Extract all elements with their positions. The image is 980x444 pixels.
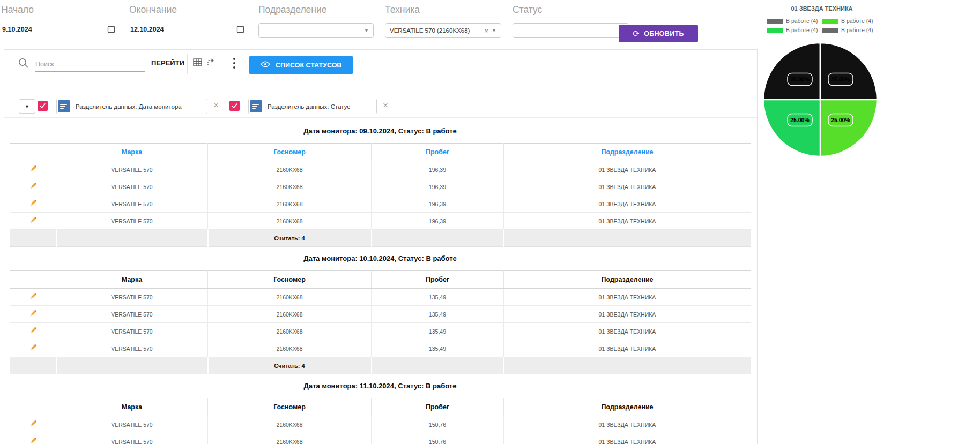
column-header[interactable]: Подразделение — [504, 144, 751, 161]
calendar-icon[interactable] — [107, 25, 115, 33]
splitter-checkbox-status[interactable] — [229, 101, 240, 111]
remove-splitter-date-icon[interactable]: × — [210, 100, 222, 111]
pie-slice-label-text: 25.00% — [831, 117, 850, 123]
cell: 01 ЗВЕЗДА ТЕХНИКА — [504, 323, 751, 340]
splitter-dropdown-button[interactable]: ▼ — [19, 99, 35, 114]
legend-swatch — [767, 19, 783, 24]
legend-item[interactable]: В работе (4) — [822, 27, 877, 33]
status-select[interactable]: ▼ — [513, 23, 629, 38]
edit-row-button[interactable] — [28, 182, 38, 191]
cell: 2160KX68 — [208, 213, 372, 230]
division-label: Подразделение — [258, 4, 374, 16]
column-header[interactable]: Пробег — [372, 144, 504, 161]
export-icon[interactable] — [206, 58, 216, 69]
legend-label: В работе (4) — [786, 27, 818, 33]
chevron-down-icon: ▼ — [364, 28, 369, 33]
column-header[interactable]: Госномер — [208, 398, 372, 416]
cell: 01 ЗВЕЗДА ТЕХНИКА — [504, 195, 751, 213]
calendar-icon[interactable] — [236, 25, 244, 33]
clear-icon[interactable]: × — [484, 27, 488, 35]
cell: 01 ЗВЕЗДА ТЕХНИКА — [504, 416, 751, 433]
start-date-input[interactable]: 9.10.2024 — [2, 26, 32, 33]
edit-row-button[interactable] — [28, 292, 38, 301]
cell: 135,49 — [372, 289, 504, 306]
group-title: Дата монитора: 10.10.2024, Статус: В раб… — [10, 247, 751, 270]
cell: VERSATILE 570 — [56, 178, 208, 195]
edit-row-button[interactable] — [28, 309, 38, 318]
more-options-icon[interactable] — [229, 56, 239, 72]
table-row: VERSATILE 5702160KX68135,4901 ЗВЕЗДА ТЕХ… — [10, 340, 751, 357]
end-date-input[interactable]: 12.10.2024 — [130, 26, 164, 33]
status-list-button[interactable]: СПИСОК СТАТУСОВ — [249, 56, 353, 74]
cell: 01 ЗВЕЗДА ТЕХНИКА — [504, 178, 751, 195]
cell: 2160KX68 — [208, 306, 372, 323]
remove-splitter-status-icon[interactable]: × — [380, 100, 391, 111]
division-select[interactable]: ▼ — [258, 23, 374, 38]
table-row: VERSATILE 5702160KX68135,4901 ЗВЕЗДА ТЕХ… — [10, 306, 751, 323]
legend-item[interactable]: В работе (4) — [822, 18, 877, 24]
pie-slice[interactable] — [820, 100, 877, 156]
splitter-icon — [58, 100, 70, 112]
column-header[interactable]: Пробег — [372, 398, 504, 416]
cell: VERSATILE 570 — [56, 340, 208, 357]
pie-slice[interactable] — [763, 43, 820, 100]
cell: 2160KX68 — [208, 340, 372, 357]
edit-column-header — [10, 144, 56, 161]
edit-row-button[interactable] — [28, 164, 38, 174]
vehicle-select-value: VERSATILE 570 (2160KX68) — [390, 27, 481, 34]
summary-row: Считать: 4 — [10, 230, 751, 247]
cell: 196,39 — [372, 195, 504, 213]
pie-slice[interactable] — [763, 100, 820, 156]
cell: 135,49 — [372, 323, 504, 340]
cell: 2160KX68 — [208, 433, 372, 444]
cell: 01 ЗВЕЗДА ТЕХНИКА — [504, 340, 751, 357]
table-row: VERSATILE 5702160KX68150,7601 ЗВЕЗДА ТЕХ… — [10, 433, 751, 444]
cell: VERSATILE 570 — [56, 161, 208, 178]
cell: 150,76 — [372, 416, 504, 433]
edit-row-button[interactable] — [28, 343, 38, 352]
edit-row-button[interactable] — [28, 326, 38, 335]
cell: 01 ЗВЕЗДА ТЕХНИКА — [504, 433, 751, 444]
refresh-button[interactable]: ⟳ ОБНОВИТЬ — [619, 25, 698, 42]
go-button[interactable]: ПЕРЕЙТИ — [148, 58, 188, 67]
group-table: МаркаГосномерПробегПодразделениеVERSATIL… — [10, 398, 751, 444]
filter-status: Статус ▼ — [513, 4, 629, 38]
cell: 01 ЗВЕЗДА ТЕХНИКА — [504, 289, 751, 306]
column-header[interactable]: Марка — [56, 398, 208, 416]
vehicle-label: Техника — [385, 4, 501, 16]
search-icon — [18, 57, 29, 71]
table-row: VERSATILE 5702160KX68196,3901 ЗВЕЗДА ТЕХ… — [10, 195, 751, 213]
splitter-icon — [250, 100, 262, 112]
edit-row-button[interactable] — [28, 216, 38, 225]
cell: 150,76 — [372, 433, 504, 444]
splitter-chip-date[interactable]: Разделитель данных: Дата монитора — [56, 99, 207, 114]
column-header[interactable]: Госномер — [208, 144, 372, 161]
legend-item[interactable]: В работе (4) — [767, 27, 822, 33]
search-input[interactable] — [35, 59, 145, 72]
filter-bar: Начало 9.10.2024 Окончание 12.10.2024 По… — [0, 0, 756, 47]
cell: VERSATILE 570 — [56, 416, 208, 433]
vehicle-select[interactable]: VERSATILE 570 (2160KX68) × ▼ — [385, 23, 501, 38]
group-table: МаркаГосномерПробегПодразделениеVERSATIL… — [10, 143, 752, 247]
splitter-checkbox-date[interactable] — [38, 101, 48, 111]
edit-row-button[interactable] — [28, 437, 38, 444]
edit-row-button[interactable] — [28, 199, 38, 208]
group-title: Дата монитора: 11.10.2024, Статус: В раб… — [10, 374, 751, 398]
column-header[interactable]: Подразделение — [504, 398, 751, 416]
column-header[interactable]: Марка — [56, 144, 208, 161]
column-header[interactable]: Госномер — [208, 271, 372, 289]
pie-slice[interactable] — [820, 43, 877, 100]
table-row: VERSATILE 5702160KX68196,3901 ЗВЕЗДА ТЕХ… — [10, 178, 751, 195]
column-header[interactable]: Марка — [56, 271, 208, 289]
splitter-chip-status[interactable]: Разделитель данных: Статус — [248, 99, 377, 114]
column-header[interactable]: Подразделение — [504, 271, 751, 289]
cell: 2160KX68 — [208, 323, 372, 340]
cell: 01 ЗВЕЗДА ТЕХНИКА — [504, 161, 751, 178]
edit-row-button[interactable] — [28, 419, 38, 428]
column-chooser-icon[interactable] — [193, 58, 202, 69]
column-header[interactable]: Пробег — [372, 271, 504, 289]
cell: VERSATILE 570 — [56, 323, 208, 340]
legend-swatch — [822, 19, 838, 24]
legend-item[interactable]: В работе (4) — [767, 18, 822, 24]
chevron-down-icon: ▼ — [492, 28, 496, 33]
